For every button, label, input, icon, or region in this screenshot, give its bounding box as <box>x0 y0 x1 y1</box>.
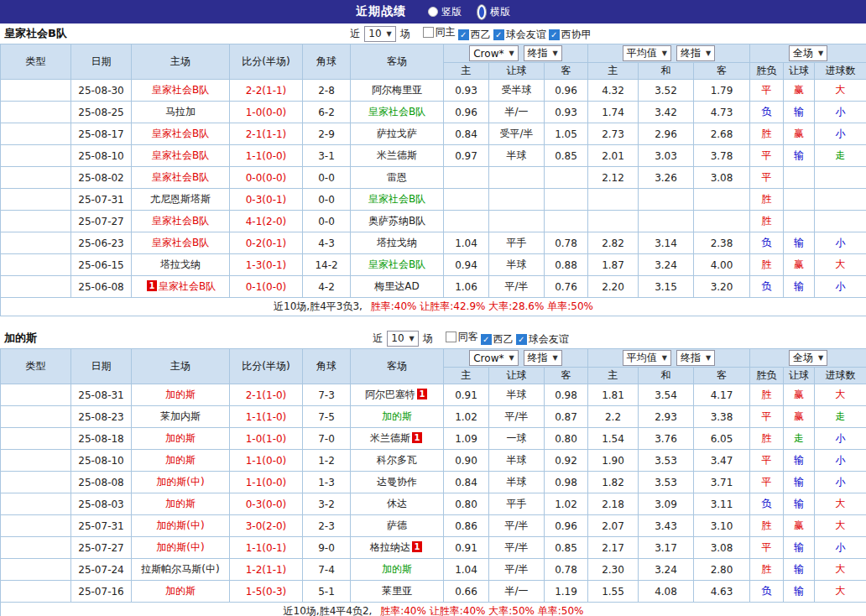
filter-checkbox-球会友谊[interactable]: ✓球会友谊 <box>493 28 546 42</box>
result-handicap <box>784 167 815 189</box>
home-team[interactable]: 加的斯 <box>132 493 230 515</box>
layout-radio-vertical[interactable]: 竖版 <box>428 5 462 19</box>
avg-home <box>588 189 639 211</box>
odds-handicap: 半球 <box>489 384 545 406</box>
filter-checkbox-西乙[interactable]: ✓西乙 <box>458 28 491 42</box>
chevron-down-icon: ▼ <box>706 354 711 362</box>
home-team[interactable]: 皇家社会B队 <box>132 80 230 102</box>
corners: 1-3 <box>303 472 351 493</box>
away-team[interactable]: 格拉纳达1 <box>351 537 444 559</box>
away-team[interactable]: 加的斯 <box>351 406 444 428</box>
home-team[interactable]: 加的斯 <box>132 428 230 450</box>
home-team[interactable]: 塔拉戈纳 <box>132 254 230 276</box>
sub-col-header: 让球 <box>489 368 545 384</box>
away-team[interactable]: 萨拉戈萨 <box>351 123 444 145</box>
avg-away: 3.78 <box>694 145 750 167</box>
home-team[interactable]: 加的斯(中) <box>132 537 230 559</box>
league-type-badge: 西协甲 <box>1 232 71 254</box>
col-header-type: 类型 <box>1 349 71 384</box>
avg-home: 2.18 <box>588 493 639 515</box>
home-team[interactable]: 加的斯(中) <box>132 515 230 537</box>
score: 0-0(0-0) <box>230 167 303 189</box>
away-team[interactable]: 加的斯 <box>351 559 444 581</box>
home-team[interactable]: 尤尼恩斯塔斯 <box>132 189 230 211</box>
home-team[interactable]: 皇家社会B队 <box>132 123 230 145</box>
away-team[interactable]: 萨德 <box>351 515 444 537</box>
home-team[interactable]: 皇家社会B队 <box>132 211 230 232</box>
match-count-select[interactable]: 10▼ <box>387 331 418 347</box>
avg-stage-select[interactable]: 终指▼ <box>676 45 715 61</box>
away-team[interactable]: 米兰德斯 <box>351 145 444 167</box>
match-date: 25-08-23 <box>71 406 132 428</box>
away-team[interactable]: 科尔多瓦 <box>351 450 444 472</box>
home-team[interactable]: 加的斯 <box>132 581 230 603</box>
odds-home: 0.96 <box>444 102 489 123</box>
away-team[interactable]: 皇家社会B队 <box>351 102 444 123</box>
filter-checkbox-西协甲[interactable]: ✓西协甲 <box>549 28 592 42</box>
away-team[interactable]: 莱里亚 <box>351 581 444 603</box>
away-team-name: 皇家社会B队 <box>368 106 425 117</box>
scope-select[interactable]: 全场▼ <box>789 350 827 366</box>
radio-label: 竖版 <box>441 5 462 19</box>
home-team[interactable]: 皇家社会B队 <box>132 145 230 167</box>
match-row: 球会友谊25-08-10加的斯1-1(0-0)1-2科尔多瓦0.90半球0.92… <box>1 450 866 472</box>
games-label: 场 <box>423 331 433 346</box>
home-team[interactable]: 马拉加 <box>132 102 230 123</box>
filter-checkbox-同主[interactable]: 同主 <box>423 25 456 39</box>
odds-home: 0.97 <box>444 145 489 167</box>
score: 1-0(1-0) <box>230 428 303 450</box>
average-select[interactable]: 平均值▼ <box>623 45 671 61</box>
away-team[interactable]: 塔拉戈纳 <box>351 232 444 254</box>
home-team-name: 马拉加 <box>165 106 196 117</box>
odds-away: 0.93 <box>545 102 588 123</box>
away-team[interactable]: 阿尔梅里亚 <box>351 80 444 102</box>
bookmaker-select[interactable]: Crow*▼ <box>469 350 518 366</box>
match-row: 球会友谊25-08-02皇家社会B队0-0(0-0)0-0雷恩2.123.263… <box>1 167 866 189</box>
filter-checkbox-球会友谊[interactable]: ✓球会友谊 <box>516 332 569 347</box>
away-team-name: 米兰德斯 <box>370 432 410 444</box>
result-winloss: 胜 <box>750 123 784 145</box>
match-date: 25-06-08 <box>71 276 132 298</box>
sub-col-header: 客 <box>545 63 588 80</box>
away-team[interactable]: 梅里达AD <box>351 276 444 298</box>
away-team[interactable]: 阿尔巴塞特1 <box>351 384 444 406</box>
filter-checkbox-西乙[interactable]: ✓西乙 <box>481 332 514 347</box>
home-team[interactable]: 皇家社会B队 <box>132 167 230 189</box>
away-team[interactable]: 皇家社会B队 <box>351 254 444 276</box>
odds-away: 0.85 <box>545 537 588 559</box>
away-team[interactable]: 达曼协作 <box>351 472 444 493</box>
average-select[interactable]: 平均值▼ <box>623 350 671 366</box>
checkbox-label: 西乙 <box>471 28 491 42</box>
home-team[interactable]: 莱加内斯 <box>132 406 230 428</box>
match-count-select[interactable]: 10▼ <box>364 26 395 42</box>
bookmaker-select[interactable]: Crow*▼ <box>469 45 518 61</box>
home-team[interactable]: 加的斯 <box>132 450 230 472</box>
near-label: 近 <box>373 331 383 346</box>
home-team[interactable]: 拉斯帕尔马斯(中) <box>132 559 230 581</box>
sub-col-header: 让球 <box>784 368 815 384</box>
odds-away: 1.05 <box>545 123 588 145</box>
odds-stage-select[interactable]: 终指▼ <box>524 350 562 366</box>
avg-draw: 3.26 <box>639 167 694 189</box>
home-team[interactable]: 皇家社会B队 <box>132 232 230 254</box>
sub-col-header: 和 <box>639 63 694 80</box>
odds-away <box>545 211 588 232</box>
layout-radio-horizontal[interactable]: 横版 <box>477 4 510 20</box>
home-team[interactable]: 加的斯 <box>132 384 230 406</box>
away-team[interactable]: 米兰德斯1 <box>351 428 444 450</box>
corners: 2-3 <box>303 515 351 537</box>
away-team-name: 奥萨苏纳B队 <box>368 215 425 227</box>
filter-checkbox-同客[interactable]: 同客 <box>446 330 478 344</box>
away-team[interactable]: 皇家社会B队 <box>351 189 444 211</box>
scope-select[interactable]: 全场▼ <box>789 45 827 61</box>
avg-stage-select[interactable]: 终指▼ <box>676 350 715 366</box>
avg-home: 2.17 <box>588 537 639 559</box>
odds-stage-select[interactable]: 终指▼ <box>524 45 562 61</box>
away-team[interactable]: 雷恩 <box>351 167 444 189</box>
league-type-badge: 西乙 <box>1 80 71 102</box>
away-team[interactable]: 奥萨苏纳B队 <box>351 211 444 232</box>
away-team[interactable]: 休达 <box>351 493 444 515</box>
home-team[interactable]: 加的斯(中) <box>132 472 230 493</box>
odds-handicap: 半/一 <box>489 581 545 603</box>
home-team[interactable]: 1皇家社会B队 <box>132 276 230 298</box>
